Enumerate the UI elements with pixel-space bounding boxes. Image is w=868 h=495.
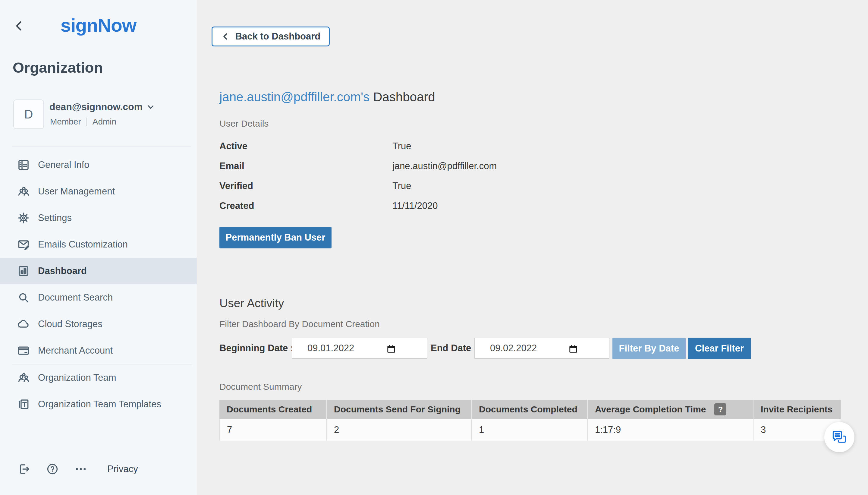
cloud-icon [17, 318, 30, 331]
column-label: Documents Completed [479, 404, 577, 414]
sidebar-item-label: User Management [38, 186, 115, 197]
chevron-left-icon [221, 32, 230, 41]
clear-filter-button[interactable]: Clear Filter [688, 338, 751, 359]
help-badge[interactable]: ? [714, 403, 726, 415]
role-divider [87, 118, 87, 126]
user-details-heading: User Details [220, 118, 268, 129]
more-button[interactable] [74, 462, 87, 476]
search-icon [17, 291, 30, 304]
detail-value: jane.austin@pdffiller.com [393, 161, 497, 172]
envelope-edit-icon [17, 238, 30, 251]
end-date-field [474, 338, 609, 359]
main-content: Back to Dashboard jane.austin@pdffiller.… [197, 0, 868, 495]
user-dropdown[interactable]: dean@signnow.com [49, 101, 155, 113]
summary-value-average-completion-time: 1:17:9 [588, 419, 753, 441]
detail-row-created: Created 11/11/2020 [220, 196, 497, 216]
sidebar-item-organization-team-templates[interactable]: Organization Team Templates [0, 391, 197, 417]
detail-value: True [393, 181, 411, 191]
template-icon [17, 398, 30, 411]
detail-label: Verified [220, 181, 393, 191]
user-details-table: Active True Email jane.austin@pdffiller.… [220, 136, 497, 216]
sidebar-item-label: Dashboard [38, 266, 87, 276]
document-summary-table: Documents Created Documents Send For Sig… [220, 400, 841, 441]
building-icon [17, 158, 30, 172]
detail-value: True [393, 141, 411, 152]
summary-value-documents-created: 7 [220, 419, 327, 441]
sidebar-item-dashboard[interactable]: Dashboard [0, 258, 197, 284]
users-icon [17, 185, 30, 198]
detail-label: Email [220, 161, 393, 172]
sidebar-title: Organization [13, 59, 103, 76]
sidebar-item-settings[interactable]: Settings [0, 205, 197, 231]
app-window: signNow Organization D dean@signnow.com … [0, 0, 868, 495]
calendar-icon[interactable] [386, 343, 397, 354]
logout-button[interactable] [17, 462, 31, 476]
end-date-input[interactable] [475, 338, 609, 358]
user-roles: Member Admin [50, 117, 116, 126]
summary-header-row: Documents Created Documents Send For Sig… [220, 400, 841, 419]
summary-col-documents-completed: Documents Completed [472, 400, 588, 419]
sidebar-item-label: Cloud Storages [38, 319, 103, 329]
sidebar-item-label: Settings [38, 212, 72, 223]
chevron-down-icon [146, 102, 155, 112]
end-date-label: End Date : [431, 338, 477, 359]
summary-value-documents-completed: 1 [472, 419, 588, 441]
user-email: dean@signnow.com [49, 101, 142, 113]
detail-row-verified: Verified True [220, 176, 497, 196]
gear-icon [17, 211, 30, 225]
detail-row-active: Active True [220, 136, 497, 156]
detail-label: Active [220, 141, 393, 152]
credit-card-icon [17, 344, 30, 357]
summary-value-documents-send-for-signing: 2 [327, 419, 472, 441]
column-label: Invite Recipients [761, 404, 832, 414]
sidebar-divider-top [12, 147, 191, 147]
avatar: D [13, 100, 44, 129]
calendar-icon[interactable] [568, 343, 579, 354]
sidebar-item-organization-team[interactable]: Organization Team [0, 364, 197, 391]
sidebar-item-user-management[interactable]: User Management [0, 178, 197, 205]
permanently-ban-user-button[interactable]: Permanently Ban User [220, 227, 331, 249]
summary-value-row: 7 2 1 1:17:9 3 [220, 419, 841, 441]
date-filter-row: Beginning Date : End Date : Filter By Da… [220, 338, 852, 359]
sidebar-item-general-info[interactable]: General Info [0, 152, 197, 178]
ellipsis-icon [74, 462, 87, 476]
sidebar-item-label: Organization Team [38, 372, 116, 383]
page-title: jane.austin@pdffiller.com'sDashboard [220, 90, 435, 104]
team-icon [17, 371, 30, 385]
sidebar-item-cloud-storages[interactable]: Cloud Storages [0, 311, 197, 337]
summary-col-invite-recipients: Invite Recipients [753, 400, 841, 419]
user-email-link[interactable]: jane.austin@pdffiller.com's [220, 90, 369, 104]
sidebar-item-merchant-account[interactable]: Merchant Account [0, 337, 197, 364]
sidebar-item-label: Organization Team Templates [38, 399, 161, 410]
role-admin: Admin [92, 117, 116, 126]
beginning-date-input[interactable] [292, 338, 427, 358]
brand-logo[interactable]: signNow [0, 15, 197, 36]
role-member: Member [50, 117, 81, 126]
help-button[interactable] [46, 462, 59, 476]
bar-chart-icon [17, 264, 30, 278]
filter-subheading: Filter Dashboard By Document Creation [220, 319, 380, 329]
detail-label: Created [220, 201, 393, 211]
document-summary-heading: Document Summary [220, 382, 302, 392]
column-label: Documents Send For Signing [334, 404, 461, 414]
page-title-suffix: Dashboard [373, 90, 435, 104]
filter-by-date-button[interactable]: Filter By Date [612, 338, 685, 359]
sidebar: signNow Organization D dean@signnow.com … [0, 0, 197, 495]
summary-col-documents-created: Documents Created [220, 400, 327, 419]
privacy-link[interactable]: Privacy [107, 464, 138, 475]
sidebar-item-label: Document Search [38, 292, 113, 303]
detail-value: 11/11/2020 [393, 201, 438, 211]
chat-fab-button[interactable] [824, 422, 854, 452]
sidebar-item-label: Merchant Account [38, 345, 113, 356]
sidebar-item-label: Emails Customization [38, 239, 128, 250]
sidebar-item-document-search[interactable]: Document Search [0, 284, 197, 311]
chat-icon [831, 429, 848, 445]
logout-icon [17, 462, 31, 476]
sidebar-item-emails-customization[interactable]: Emails Customization [0, 231, 197, 258]
column-label: Documents Created [227, 404, 312, 414]
beginning-date-label: Beginning Date : [220, 338, 294, 359]
column-label: Average Completion Time [595, 404, 706, 414]
detail-row-email: Email jane.austin@pdffiller.com [220, 156, 497, 176]
back-to-dashboard-button[interactable]: Back to Dashboard [212, 27, 330, 47]
sidebar-menu: General Info User Management Settings Em… [0, 152, 197, 417]
